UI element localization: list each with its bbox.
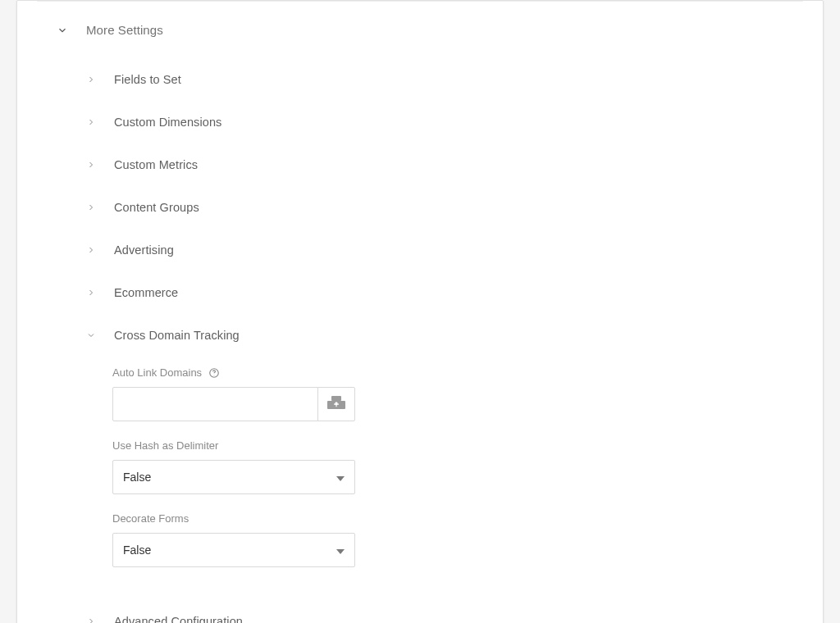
- advanced-configuration-toggle[interactable]: Advanced Configuration: [17, 600, 823, 623]
- cross-domain-tracking-toggle[interactable]: Cross Domain Tracking: [17, 314, 823, 357]
- use-hash-value: False: [123, 471, 151, 484]
- decorate-forms-value: False: [123, 543, 151, 557]
- custom-dimensions-toggle[interactable]: Custom Dimensions: [17, 101, 823, 143]
- chevron-right-icon: [86, 616, 96, 623]
- chevron-right-icon: [86, 75, 96, 84]
- svg-rect-6: [336, 402, 336, 407]
- chevron-down-icon: [86, 330, 96, 340]
- advertising-label: Advertising: [114, 243, 174, 257]
- more-settings-toggle[interactable]: More Settings: [17, 2, 823, 58]
- cross-domain-content: Auto Link Domains: [17, 357, 823, 600]
- decorate-forms-field: Decorate Forms False: [112, 512, 823, 567]
- content-groups-label: Content Groups: [114, 201, 199, 214]
- settings-card: More Settings Fields to Set Custom Dimen…: [16, 0, 824, 623]
- custom-metrics-toggle[interactable]: Custom Metrics: [17, 143, 823, 186]
- chevron-right-icon: [86, 202, 96, 212]
- chevron-right-icon: [86, 160, 96, 170]
- ecommerce-toggle[interactable]: Ecommerce: [17, 271, 823, 314]
- decorate-forms-label: Decorate Forms: [112, 512, 189, 525]
- fields-to-set-toggle[interactable]: Fields to Set: [17, 58, 823, 101]
- custom-metrics-label: Custom Metrics: [114, 158, 198, 171]
- insert-variable-button[interactable]: [317, 387, 355, 421]
- ecommerce-label: Ecommerce: [114, 286, 178, 299]
- auto-link-domains-input[interactable]: [112, 387, 318, 421]
- help-icon[interactable]: [208, 367, 220, 379]
- use-hash-field: Use Hash as Delimiter False: [112, 439, 823, 494]
- caret-down-icon: [336, 543, 345, 557]
- advanced-configuration-label: Advanced Configuration: [114, 615, 243, 623]
- more-settings-title: More Settings: [86, 23, 163, 37]
- advertising-toggle[interactable]: Advertising: [17, 229, 823, 271]
- decorate-forms-select[interactable]: False: [112, 533, 355, 567]
- chevron-down-icon: [57, 25, 68, 36]
- fields-to-set-label: Fields to Set: [114, 73, 181, 86]
- chevron-right-icon: [86, 245, 96, 255]
- cross-domain-tracking-label: Cross Domain Tracking: [114, 329, 240, 342]
- svg-point-1: [214, 375, 215, 375]
- auto-link-domains-field: Auto Link Domains: [112, 366, 823, 421]
- content-groups-toggle[interactable]: Content Groups: [17, 186, 823, 229]
- custom-dimensions-label: Custom Dimensions: [114, 116, 221, 129]
- caret-down-icon: [336, 470, 345, 484]
- svg-rect-3: [331, 396, 341, 401]
- use-hash-label: Use Hash as Delimiter: [112, 439, 218, 452]
- auto-link-domains-label: Auto Link Domains: [112, 366, 202, 379]
- chevron-right-icon: [86, 288, 96, 298]
- use-hash-select[interactable]: False: [112, 460, 355, 494]
- chevron-right-icon: [86, 117, 96, 127]
- variable-brick-icon: [327, 396, 345, 412]
